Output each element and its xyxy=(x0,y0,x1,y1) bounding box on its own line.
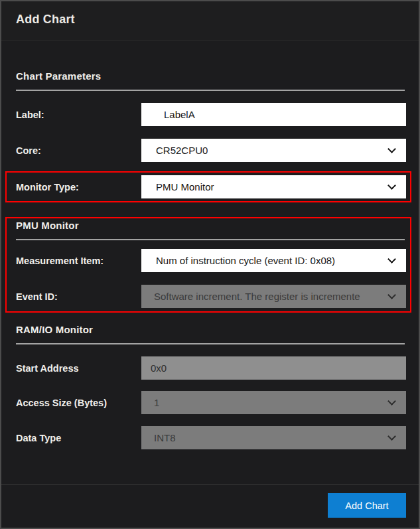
field-row-label: Label: xyxy=(16,103,406,126)
dialog-title: Add Chart xyxy=(16,13,75,27)
dialog-titlebar: Add Chart xyxy=(1,1,419,40)
core-field-caption: Core: xyxy=(16,145,141,156)
access-size-select-value: 1 xyxy=(154,397,159,408)
chevron-down-icon xyxy=(387,291,396,299)
section-heading-chart-parameters: Chart Parameters xyxy=(16,70,405,91)
label-field-caption: Label: xyxy=(16,110,141,120)
measurement-item-field-caption: Measurement Item: xyxy=(16,256,141,266)
data-type-field-caption: Data Type xyxy=(16,433,141,443)
footer-divider xyxy=(1,484,419,485)
core-select[interactable]: CR52CPU0 xyxy=(141,139,406,162)
chevron-down-icon xyxy=(387,255,396,264)
add-chart-dialog: Add Chart Chart Parameters Label: Core: … xyxy=(0,0,420,529)
field-row-measurement-item: Measurement Item: Num of instruction cyc… xyxy=(16,249,406,272)
field-row-event-id: Event ID: Software increment. The regist… xyxy=(16,285,406,308)
monitor-type-select-value: PMU Monitor xyxy=(156,181,214,192)
event-id-field-caption: Event ID: xyxy=(16,291,141,302)
data-type-select: INT8 xyxy=(141,426,406,449)
data-type-select-value: INT8 xyxy=(154,432,176,443)
monitor-type-field-caption: Monitor Type: xyxy=(16,182,141,192)
chevron-down-icon xyxy=(387,181,396,190)
start-address-field-caption: Start Address xyxy=(16,363,141,374)
monitor-type-select[interactable]: PMU Monitor xyxy=(141,175,406,198)
field-row-core: Core: CR52CPU0 xyxy=(16,139,406,162)
core-select-value: CR52CPU0 xyxy=(156,145,208,156)
section-heading-pmu-monitor: PMU Monitor xyxy=(16,220,405,240)
measurement-item-select-value: Num of instruction cycle (event ID: 0x08… xyxy=(156,255,335,266)
chevron-down-icon xyxy=(387,145,396,153)
add-chart-button[interactable]: Add Chart xyxy=(328,493,406,518)
section-heading-ram-io-monitor: RAM/IO Monitor xyxy=(16,324,405,344)
event-id-select: Software increment. The register is incr… xyxy=(141,285,406,308)
start-address-input xyxy=(141,356,406,380)
field-row-data-type: Data Type INT8 xyxy=(16,426,406,449)
chevron-down-icon xyxy=(387,432,396,441)
measurement-item-select[interactable]: Num of instruction cycle (event ID: 0x08… xyxy=(141,249,406,272)
access-size-select: 1 xyxy=(141,391,406,414)
event-id-select-value: Software increment. The register is incr… xyxy=(154,291,360,302)
access-size-field-caption: Access Size (Bytes) xyxy=(16,398,141,408)
field-row-start-address: Start Address xyxy=(16,356,406,380)
field-row-access-size: Access Size (Bytes) 1 xyxy=(16,391,406,414)
label-input[interactable] xyxy=(141,103,406,126)
chevron-down-icon xyxy=(387,397,396,406)
field-row-monitor-type: Monitor Type: PMU Monitor xyxy=(16,175,406,198)
